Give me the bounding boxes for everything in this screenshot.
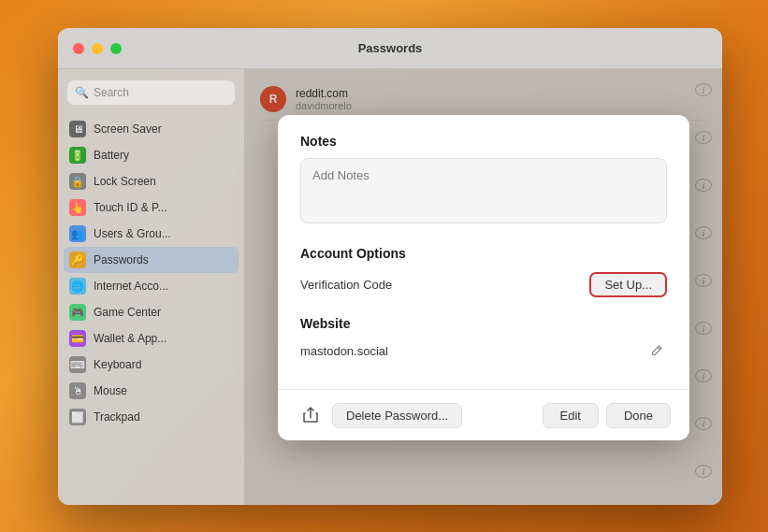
footer-right: Edit Done [543, 403, 671, 428]
battery-icon: 🔋 [69, 147, 86, 164]
window-controls [73, 43, 122, 54]
game-center-icon: 🎮 [69, 304, 86, 321]
sidebar-label-passwords: Passwords [94, 253, 149, 266]
passwords-icon: 🔑 [69, 252, 86, 268]
done-button[interactable]: Done [606, 403, 671, 428]
sidebar-label-battery: Battery [94, 149, 129, 162]
keyboard-icon: ⌨ [69, 356, 86, 373]
sidebar-label-trackpad: Trackpad [94, 410, 140, 424]
modal-overlay: Notes Account Options Verification Code … [245, 69, 722, 505]
sidebar-item-battery[interactable]: 🔋 Battery [58, 142, 244, 168]
sidebar-label-keyboard: Keyboard [94, 358, 141, 371]
website-edit-icon[interactable] [646, 340, 667, 361]
verification-label: Verification Code [300, 278, 392, 292]
wallet-icon: 💳 [69, 330, 86, 347]
sidebar-item-game-center[interactable]: 🎮 Game Center [58, 299, 244, 325]
website-value: mastodon.social [300, 344, 388, 358]
sidebar-label-screen-saver: Screen Saver [94, 122, 162, 136]
website-section: Website mastodon.social [300, 316, 667, 361]
close-button[interactable] [73, 43, 84, 54]
sidebar-item-keyboard[interactable]: ⌨ Keyboard [58, 352, 244, 378]
modal-content[interactable]: Notes Account Options Verification Code … [278, 115, 689, 389]
verification-row: Verification Code Set Up... [300, 272, 667, 297]
window-body: 🔍 Search 🖥 Screen Saver 🔋 Battery 🔒 Lock… [58, 69, 722, 505]
title-bar: Passwords [58, 28, 722, 69]
search-placeholder: Search [94, 86, 129, 99]
minimize-button[interactable] [92, 43, 103, 54]
website-row: mastodon.social [300, 340, 667, 361]
modal-dialog: Notes Account Options Verification Code … [278, 115, 689, 440]
edit-button[interactable]: Edit [543, 403, 599, 428]
sidebar-item-mouse[interactable]: 🖱 Mouse [58, 378, 244, 404]
delete-password-button[interactable]: Delete Password... [332, 403, 462, 428]
sidebar-label-touch-id: Touch ID & P... [94, 201, 167, 214]
lock-screen-icon: 🔒 [69, 173, 86, 190]
trackpad-icon: ⬜ [69, 409, 86, 425]
screen-saver-icon: 🖥 [69, 121, 86, 137]
sidebar-item-users[interactable]: 👥 Users & Grou... [58, 221, 244, 247]
sidebar-item-trackpad[interactable]: ⬜ Trackpad [58, 404, 244, 430]
website-title: Website [300, 316, 667, 331]
search-bar[interactable]: 🔍 Search [67, 80, 235, 105]
content-area: R reddit.com davidmorelo i i i i i i i i… [245, 69, 722, 505]
sidebar-label-internet: Internet Acco... [94, 280, 168, 293]
footer-left: Delete Password... [297, 401, 462, 429]
sidebar-label-mouse: Mouse [94, 384, 127, 397]
sidebar-item-wallet[interactable]: 💳 Wallet & App... [58, 325, 244, 352]
sidebar-item-passwords[interactable]: 🔑 Passwords [64, 247, 239, 273]
main-window: Passwords 🔍 Search 🖥 Screen Saver 🔋 Batt… [58, 28, 722, 505]
setup-button[interactable]: Set Up... [589, 272, 667, 297]
window-title: Passwords [358, 41, 423, 55]
sidebar-label-wallet: Wallet & App... [94, 332, 167, 345]
internet-icon: 🌐 [69, 278, 86, 295]
search-icon: 🔍 [75, 86, 89, 99]
share-button[interactable] [297, 401, 325, 429]
notes-textarea[interactable] [300, 158, 667, 223]
modal-footer: Delete Password... Edit Done [278, 389, 689, 440]
notes-title: Notes [300, 134, 667, 149]
touch-id-icon: 👆 [69, 199, 86, 216]
sidebar-item-screen-saver[interactable]: 🖥 Screen Saver [58, 116, 244, 142]
sidebar-item-touch-id[interactable]: 👆 Touch ID & P... [58, 194, 244, 221]
sidebar-label-lock-screen: Lock Screen [94, 175, 156, 188]
mouse-icon: 🖱 [69, 382, 86, 399]
account-options-title: Account Options [300, 246, 667, 261]
maximize-button[interactable] [110, 43, 122, 54]
sidebar-item-lock-screen[interactable]: 🔒 Lock Screen [58, 168, 244, 194]
sidebar-item-internet[interactable]: 🌐 Internet Acco... [58, 273, 244, 299]
sidebar-label-users: Users & Grou... [94, 227, 171, 240]
sidebar: 🔍 Search 🖥 Screen Saver 🔋 Battery 🔒 Lock… [58, 69, 245, 505]
sidebar-label-game-center: Game Center [94, 306, 161, 319]
users-icon: 👥 [69, 225, 86, 242]
